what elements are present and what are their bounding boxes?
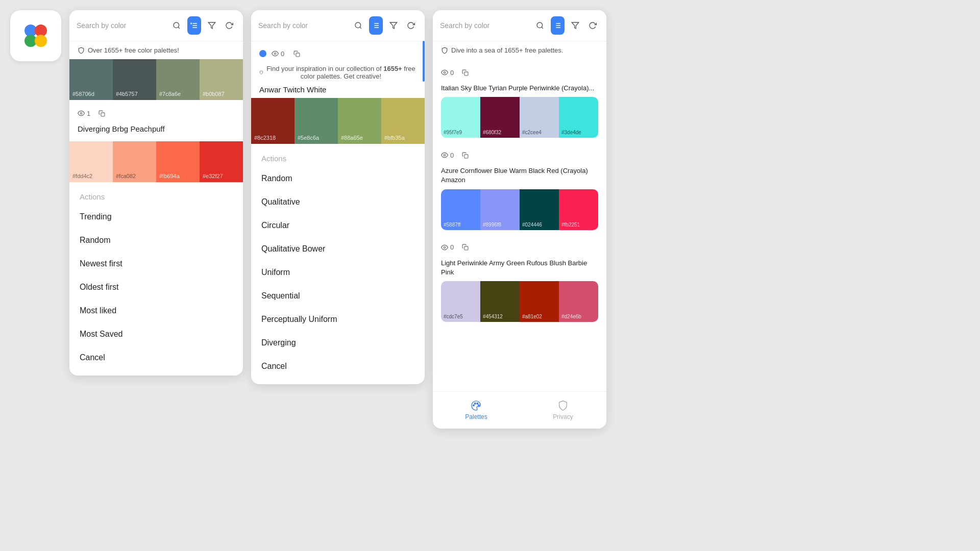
action-most-liked[interactable]: Most liked	[69, 299, 243, 322]
action-oldest-first[interactable]: Oldest first	[69, 276, 243, 299]
svg-marker-17	[390, 22, 397, 29]
swatch: #4b5757	[113, 59, 156, 100]
copy-button[interactable]	[458, 240, 472, 255]
action-trending[interactable]: Trending	[69, 205, 243, 229]
action-qualitative-bower[interactable]: Qualitative Bower	[251, 237, 425, 261]
svg-point-32	[473, 405, 475, 406]
right-sort-button[interactable]	[551, 16, 564, 35]
swatch: #3de4de	[559, 97, 598, 138]
swatch: #8996f8	[480, 189, 520, 230]
middle-refresh-button[interactable]	[404, 16, 418, 35]
action-qualitative[interactable]: Qualitative	[251, 190, 425, 214]
swatch: #bfb35a	[381, 98, 425, 144]
action-cancel-middle[interactable]: Cancel	[251, 355, 425, 378]
swatch: #fdd4c2	[69, 141, 113, 182]
view-count: 0	[281, 50, 284, 58]
palette-views: 0	[441, 152, 454, 159]
swatch: #58706d	[69, 59, 113, 100]
swatch-label: #7c8a6e	[159, 91, 181, 97]
palette-title: Azure Cornflower Blue Warm Black Red (Cr…	[441, 166, 598, 185]
left-filter-button[interactable]	[205, 16, 218, 35]
right-search-button[interactable]	[533, 16, 547, 35]
middle-sort-button[interactable]	[369, 16, 382, 35]
left-search-button[interactable]	[170, 16, 183, 35]
middle-search-input[interactable]	[258, 21, 348, 30]
action-uniform[interactable]: Uniform	[251, 261, 425, 284]
svg-rect-11	[101, 112, 105, 116]
svg-point-4	[174, 22, 179, 28]
svg-rect-19	[296, 53, 300, 56]
left-search-bar	[69, 10, 243, 41]
right-palette-item: 0 Light Periwinkle Army Green Rufous Blu…	[441, 240, 598, 322]
swatch-label: #fdd4c2	[72, 173, 92, 179]
swatch: #95f7e9	[441, 97, 480, 138]
right-filter-button[interactable]	[569, 16, 582, 35]
swatch: #cdc7e5	[441, 281, 480, 322]
action-newest-first[interactable]: Newest first	[69, 252, 243, 276]
middle-copy-button[interactable]	[289, 46, 304, 61]
left-palette2-section: 1 Diverging Brbg Peachpuff	[69, 100, 243, 141]
action-random[interactable]: Random	[69, 229, 243, 252]
swatch-label: #95f7e9	[444, 130, 462, 135]
left-palette1-swatches: #58706d #4b5757 #7c8a6e #b0b087	[69, 59, 243, 100]
copy-button[interactable]	[458, 148, 472, 162]
palette-views: 0	[272, 50, 284, 58]
palette-meta: 0	[441, 65, 598, 80]
left-palette2-swatches: #fdd4c2 #fca082 #fb694a #e32f27	[69, 141, 243, 182]
swatch: #454312	[480, 281, 520, 322]
svg-point-3	[35, 35, 47, 47]
app-icon	[10, 10, 61, 61]
middle-filter-button[interactable]	[387, 16, 400, 35]
action-most-saved[interactable]: Most Saved	[69, 322, 243, 346]
swatch: #fb2251	[559, 189, 598, 230]
palette-meta: 0	[441, 148, 598, 162]
middle-palette-swatches: #8c2318 #5e8c6a #88a65e #bfb35a	[251, 98, 425, 144]
palette2-copy-button[interactable]	[94, 106, 109, 120]
left-banner: Over 1655+ free color palettes!	[69, 41, 243, 59]
color-dot	[259, 50, 266, 57]
swatch-label: #cdc7e5	[444, 314, 463, 319]
action-perceptually-uniform[interactable]: Perceptually Uniform	[251, 308, 425, 331]
svg-rect-27	[464, 71, 468, 75]
swatch: #5e8c6a	[295, 98, 338, 144]
svg-point-26	[444, 71, 446, 73]
right-search-input[interactable]	[440, 21, 529, 30]
left-refresh-button[interactable]	[223, 16, 236, 35]
right-search-bar	[433, 10, 606, 41]
right-panel-content: 0 Italian Sky Blue Tyrian Purple Periwin…	[433, 59, 606, 391]
swatch-label: #4b5757	[116, 91, 138, 97]
right-refresh-button[interactable]	[586, 16, 599, 35]
swatch-label: #5e8c6a	[298, 135, 319, 141]
action-sequential[interactable]: Sequential	[251, 284, 425, 308]
svg-rect-29	[464, 155, 468, 158]
svg-point-20	[537, 22, 543, 28]
middle-banner: Find your inspiration in our collection …	[251, 65, 425, 84]
svg-marker-9	[208, 22, 215, 29]
swatch-label: #b0b087	[203, 91, 225, 97]
middle-search-button[interactable]	[352, 16, 365, 35]
action-cancel[interactable]: Cancel	[69, 346, 243, 369]
copy-button[interactable]	[458, 65, 472, 80]
palette-meta: 1	[78, 106, 235, 120]
left-actions-section: Actions Trending Random Newest first Old…	[69, 182, 243, 375]
nav-privacy[interactable]: Privacy	[520, 397, 606, 423]
action-circular[interactable]: Circular	[251, 214, 425, 237]
svg-point-30	[444, 246, 446, 248]
svg-point-10	[80, 112, 82, 114]
svg-point-18	[274, 53, 276, 55]
swatch: #fb694a	[156, 141, 200, 182]
swatch: #fca082	[113, 141, 156, 182]
swatch: #a81e02	[520, 281, 559, 322]
right-palette-item: 0 Italian Sky Blue Tyrian Purple Periwin…	[441, 65, 598, 138]
left-panel: Over 1655+ free color palettes! #58706d …	[69, 10, 243, 375]
left-sort-button[interactable]	[187, 16, 201, 35]
palette-swatches: #cdc7e5 #454312 #a81e02 #d24e6b	[441, 281, 598, 322]
swatch: #5887ff	[441, 189, 480, 230]
nav-palettes[interactable]: Palettes	[433, 397, 520, 423]
left-search-input[interactable]	[77, 21, 166, 30]
bottom-nav: Palettes Privacy	[433, 391, 606, 429]
action-diverging[interactable]: Diverging	[251, 331, 425, 355]
swatch-label: #e32f27	[203, 173, 223, 179]
action-random[interactable]: Random	[251, 167, 425, 190]
swatch-label: #3de4de	[561, 130, 581, 135]
